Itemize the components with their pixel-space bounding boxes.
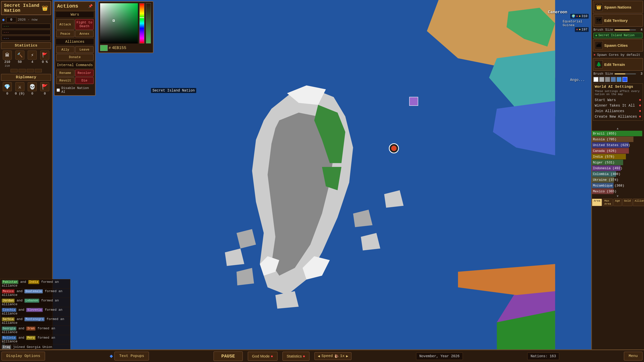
terrain-blue3[interactable]: [622, 77, 627, 82]
internal-buttons: Rename Recolor Revolt Die: [55, 69, 95, 85]
lb-row-indonesia[interactable]: Indonesia (492): [592, 165, 643, 171]
lb-tab-age[interactable]: Age: [613, 199, 622, 206]
terrain-blue1[interactable]: [611, 77, 616, 82]
lb-row-india[interactable]: India (578): [592, 154, 643, 159]
edit-terrain-button[interactable]: 🌲 Edit Terrain: [593, 58, 643, 71]
spawn-nations-label: Spawn Nations: [604, 5, 631, 9]
svg-marker-18: [275, 291, 299, 309]
rename-button[interactable]: Rename: [56, 70, 74, 76]
peace-button[interactable]: Peace: [56, 30, 74, 37]
leave-button[interactable]: Leave: [75, 46, 94, 53]
gold-icon: 💎: [3, 82, 12, 91]
brush-size-slider-terrain[interactable]: [615, 73, 636, 74]
statistics-button[interactable]: Statistics ●: [283, 352, 310, 361]
join-alliances-toggle[interactable]: ●: [639, 109, 641, 113]
hex-row: # 4EB155: [100, 45, 151, 51]
terrain-blue2[interactable]: [617, 77, 622, 82]
display-options-button[interactable]: Display Options: [2, 352, 45, 360]
recolor-button[interactable]: Recolor: [75, 70, 94, 76]
create-alliances-toggle[interactable]: ●: [639, 114, 641, 119]
lb-tab-max-area[interactable]: Max Area: [602, 199, 613, 206]
svg-rect-20: [410, 97, 418, 106]
time-display: 2026 - now: [18, 18, 37, 22]
text-popups-button[interactable]: Text Popups: [114, 352, 149, 360]
die-button[interactable]: Die: [75, 77, 94, 84]
lb-scroll-down[interactable]: ▼: [591, 195, 644, 198]
spawn-nations-button[interactable]: 👑 Spawn Nations: [593, 1, 643, 13]
flag2-icon: 🚩: [40, 82, 49, 91]
ai-start-wars: Start Wars ●: [595, 97, 641, 103]
blue-resource-bar: ---: [2, 36, 51, 41]
god-mode-button[interactable]: God Mode ●: [248, 352, 277, 361]
spawn-cities-button[interactable]: 🏙 Spawn Cities: [593, 39, 643, 52]
svg-point-22: [391, 146, 397, 151]
lb-tab-gold[interactable]: Gold: [622, 199, 632, 206]
ally-button[interactable]: Ally: [56, 46, 74, 53]
eq-guinea-label: Equatorial Guinea: [563, 20, 582, 27]
annex-button[interactable]: Annex: [75, 30, 94, 37]
opacity-slider[interactable]: [146, 3, 151, 43]
pin-icon: 📌: [88, 4, 93, 8]
energy-icon: ⚡: [28, 51, 37, 60]
wars-buttons: Attack Fight to Death Peace Annex: [55, 18, 95, 38]
lb-row-us[interactable]: United States (629): [592, 142, 643, 148]
lb-colombia-text: Colombia (408): [592, 172, 621, 176]
nation-tag-name: Secret Island Nation: [598, 34, 634, 37]
svg-marker-16: [361, 233, 380, 251]
menu-button[interactable]: Menu: [624, 352, 642, 360]
lb-russia-text: Russia (705): [592, 138, 618, 141]
lb-row-niger[interactable]: Niger (531): [592, 160, 643, 165]
hex-value: 4EB155: [112, 46, 126, 50]
nation-header[interactable]: Secret Island Nation 👑: [1, 1, 51, 15]
attack-button[interactable]: Attack: [56, 19, 74, 30]
diplomacy-grid: 💎 0 ⚔ 0 (0) 💀 0 🚩 0: [0, 81, 52, 97]
hue-slider[interactable]: [139, 3, 144, 43]
lb-tab-alliances[interactable]: Alliances: [633, 199, 644, 206]
speed-control[interactable]: ◀ Speed 🐌 1x ▶: [314, 352, 351, 360]
disable-ai-checkbox[interactable]: [57, 88, 60, 92]
brush-size-slider-territory[interactable]: [615, 29, 636, 30]
spawn-cores-dot: ●: [593, 53, 595, 57]
color-picker-main: [100, 3, 151, 43]
donate-button[interactable]: Donate: [56, 54, 94, 61]
green-resource-bar: ---: [2, 24, 51, 29]
speed-value: 1x: [340, 354, 345, 358]
terrain-gray1[interactable]: [599, 77, 604, 82]
color-picker-panel[interactable]: # 4EB155: [98, 1, 153, 53]
lb-scroll-up[interactable]: ▲: [591, 127, 644, 130]
revolt-button[interactable]: Revolt: [56, 77, 74, 84]
resource-item-buildings: 🏛 210 210: [2, 51, 13, 67]
start-wars-toggle[interactable]: ●: [639, 98, 641, 102]
event-serbia: Serbia and Montenegro formed an alliance: [0, 316, 70, 326]
actions-title: Actions: [57, 3, 78, 9]
event-india-tag: India: [28, 280, 39, 284]
lb-row-canada[interactable]: Canada (626): [592, 148, 643, 154]
color-cursor[interactable]: [113, 20, 115, 22]
lb-row-russia[interactable]: Russia (705): [592, 137, 643, 142]
lb-row-colombia[interactable]: Colombia (408): [592, 171, 643, 177]
lb-row-mexico[interactable]: Mexico (365): [592, 189, 643, 194]
pop-stat: 0: [6, 17, 16, 22]
speed-icon: 🐌: [334, 354, 339, 358]
lb-row-ukraine[interactable]: Ukraine (374): [592, 177, 643, 183]
fight-to-death-button[interactable]: Fight to Death: [75, 19, 94, 30]
winner-takes-label: Winner Takes It All: [595, 104, 635, 108]
status-nations: Nations: 163: [527, 352, 559, 360]
event-guatemala-tag: Guatemala: [24, 289, 43, 293]
terrain-gray2[interactable]: [605, 77, 610, 82]
edit-territory-button[interactable]: 🗺 Edit Territory: [593, 14, 643, 27]
color-gradient-area[interactable]: [100, 3, 138, 43]
map-nation-label: Secret Island Nation: [151, 88, 196, 93]
speed-left-icon: ◀: [318, 354, 320, 358]
cameroon-label: Cameroon: [548, 10, 567, 15]
winner-takes-toggle[interactable]: ●: [639, 103, 641, 108]
gold-count: 0: [6, 92, 8, 96]
lb-row-brazil[interactable]: Brazil (855): [592, 131, 643, 136]
terrain-white[interactable]: [593, 77, 598, 82]
lb-tab-area[interactable]: Area: [592, 199, 602, 206]
bottom-bar: Display Options ◆ Text Popups PAUSE God …: [0, 349, 644, 362]
pause-button[interactable]: PAUSE: [214, 351, 243, 361]
lb-row-mozambique[interactable]: Mozambique (368): [592, 183, 643, 188]
dip-item-skull: 💀 0: [27, 82, 38, 96]
world-ai-settings: World AI Settings These settings affect …: [593, 83, 643, 121]
